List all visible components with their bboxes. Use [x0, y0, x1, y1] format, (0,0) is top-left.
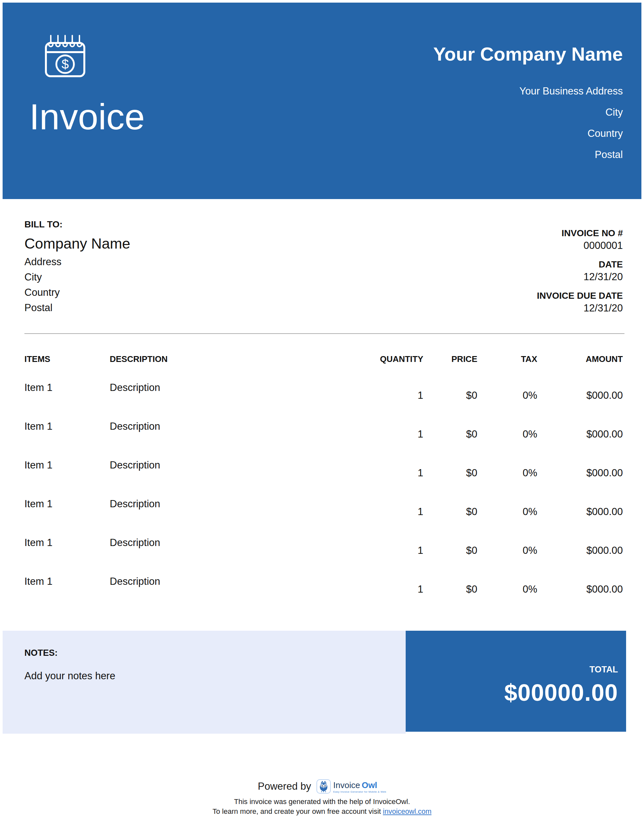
item-description: Description [110, 459, 358, 498]
column-items: ITEMS [24, 354, 110, 364]
item-name: Item 1 [24, 575, 110, 614]
item-price: $0 [423, 575, 477, 614]
item-tax: 0% [477, 537, 537, 575]
item-name: Item 1 [24, 459, 110, 498]
items-table-body: Item 1 Description 1 $0 0% $000.00 Item … [24, 381, 623, 614]
logo-tagline: Easy Invoice Generator for Mobile & Web [333, 790, 386, 793]
item-tax: 0% [477, 498, 537, 537]
item-description: Description [110, 420, 358, 459]
table-row: Item 1 Description 1 $0 0% $000.00 [24, 575, 623, 614]
item-price: $0 [423, 498, 477, 537]
invoiceowl-link[interactable]: invoiceowl.com [383, 807, 431, 815]
item-description: Description [110, 537, 358, 575]
item-quantity: 1 [358, 420, 423, 459]
column-description: DESCRIPTION [110, 354, 358, 364]
column-price: PRICE [423, 354, 477, 364]
item-price: $0 [423, 420, 477, 459]
dollar-glyph: $ [61, 57, 69, 71]
bill-to-company: Company Name [24, 235, 130, 252]
item-quantity: 1 [358, 575, 423, 614]
item-quantity: 1 [358, 537, 423, 575]
company-name: Your Company Name [433, 44, 623, 64]
bill-to-address-line: City [24, 270, 130, 285]
company-address: Your Business Address City Country Posta… [433, 81, 623, 165]
bill-to-address-line: Address [24, 254, 130, 270]
meta-invoice-date: DATE 12/31/20 [537, 259, 623, 284]
item-tax: 0% [477, 459, 537, 498]
total-amount: $00000.00 [406, 679, 618, 706]
item-amount: $000.00 [537, 420, 623, 459]
company-block: Your Company Name Your Business Address … [433, 44, 623, 165]
footer-line1: This invoice was generated with the help… [0, 797, 644, 807]
bill-to-address: Address City Country Postal [24, 254, 130, 315]
item-amount: $000.00 [537, 498, 623, 537]
items-table: ITEMS DESCRIPTION QUANTITY PRICE TAX AMO… [24, 354, 623, 614]
company-address-line: Postal [433, 144, 623, 165]
item-quantity: 1 [358, 381, 423, 420]
table-row: Item 1 Description 1 $0 0% $000.00 [24, 381, 623, 420]
invoice-number-value: 0000001 [537, 239, 623, 252]
item-name: Item 1 [24, 498, 110, 537]
company-address-line: Country [433, 123, 623, 144]
footer-line2: To learn more, and create your own free … [0, 807, 644, 816]
invoice-meta: INVOICE NO # 0000001 DATE 12/31/20 INVOI… [537, 228, 623, 322]
invoice-due-date-label: INVOICE DUE DATE [537, 290, 623, 301]
table-row: Item 1 Description 1 $0 0% $000.00 [24, 537, 623, 575]
item-name: Item 1 [24, 420, 110, 459]
company-address-line: Your Business Address [433, 81, 623, 102]
column-amount: AMOUNT [537, 354, 623, 364]
item-amount: $000.00 [537, 381, 623, 420]
calendar-dollar-icon: $ [42, 34, 88, 79]
bill-to-label: BILL TO: [24, 219, 130, 230]
item-description: Description [110, 381, 358, 420]
item-description: Description [110, 575, 358, 614]
item-quantity: 1 [358, 498, 423, 537]
table-row: Item 1 Description 1 $0 0% $000.00 [24, 420, 623, 459]
items-table-header: ITEMS DESCRIPTION QUANTITY PRICE TAX AMO… [24, 354, 623, 364]
column-tax: TAX [477, 354, 537, 364]
column-quantity: QUANTITY [358, 354, 423, 364]
section-divider [24, 333, 625, 334]
footer-fineprint: This invoice was generated with the help… [0, 797, 644, 816]
meta-invoice-number: INVOICE NO # 0000001 [537, 228, 623, 252]
item-tax: 0% [477, 420, 537, 459]
invoice-header: $ Invoice Your Company Name Your Busines… [3, 3, 641, 199]
item-price: $0 [423, 381, 477, 420]
item-price: $0 [423, 537, 477, 575]
table-row: Item 1 Description 1 $0 0% $000.00 [24, 498, 623, 537]
invoice-date-label: DATE [537, 259, 623, 270]
logo-brand-owl: Owl [362, 780, 377, 790]
item-amount: $000.00 [537, 537, 623, 575]
table-row: Item 1 Description 1 $0 0% $000.00 [24, 459, 623, 498]
bill-to-address-line: Country [24, 285, 130, 300]
item-name: Item 1 [24, 537, 110, 575]
notes-label: NOTES: [24, 648, 58, 658]
invoiceowl-logo: InvoiceOwl Easy Invoice Generator for Mo… [316, 779, 386, 794]
total-section: TOTAL $00000.00 [406, 631, 626, 732]
notes-text: Add your notes here [24, 670, 115, 682]
item-quantity: 1 [358, 459, 423, 498]
item-price: $0 [423, 459, 477, 498]
invoice-date-value: 12/31/20 [537, 270, 623, 284]
bill-to-section: BILL TO: Company Name Address City Count… [24, 219, 130, 315]
bill-to-address-line: Postal [24, 300, 130, 315]
owl-icon [316, 779, 331, 794]
invoice-number-label: INVOICE NO # [537, 228, 623, 239]
item-amount: $000.00 [537, 575, 623, 614]
total-label: TOTAL [406, 664, 618, 674]
powered-by-text: Powered by [258, 781, 311, 792]
logo-brand-invoice: Invoice [333, 780, 360, 790]
logo-brand: InvoiceOwl [333, 781, 386, 790]
item-name: Item 1 [24, 381, 110, 420]
invoice-title: Invoice [29, 99, 145, 135]
item-tax: 0% [477, 575, 537, 614]
item-amount: $000.00 [537, 459, 623, 498]
notes-section: NOTES: Add your notes here [3, 631, 406, 734]
item-tax: 0% [477, 381, 537, 420]
footer-line2-text: To learn more, and create your own free … [213, 807, 383, 815]
powered-by-row: Powered by InvoiceOwl Easy Invoice Gener… [0, 779, 644, 794]
company-address-line: City [433, 102, 623, 123]
item-description: Description [110, 498, 358, 537]
meta-invoice-due-date: INVOICE DUE DATE 12/31/20 [537, 290, 623, 315]
invoice-page: $ Invoice Your Company Name Your Busines… [0, 0, 644, 834]
